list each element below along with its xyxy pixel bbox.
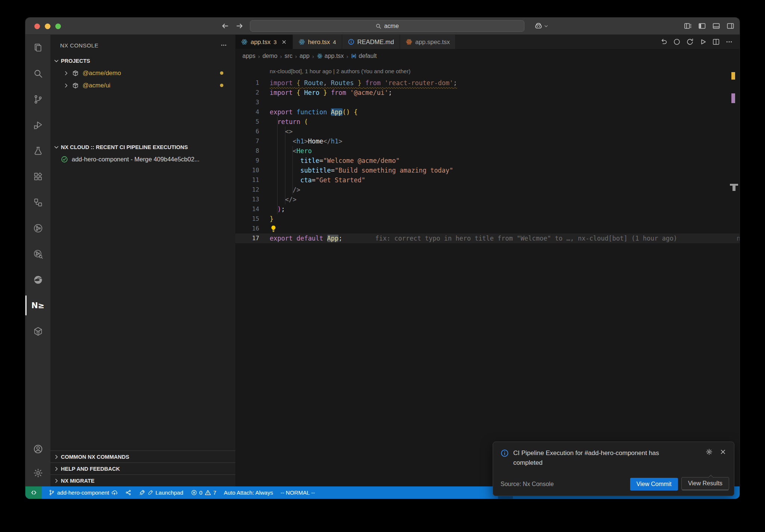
- code-line-3[interactable]: 3: [235, 98, 740, 107]
- close-window-button[interactable]: [34, 24, 40, 29]
- tab-app-tsx[interactable]: app.tsx 3: [235, 35, 293, 49]
- activity-item-explorer[interactable]: [25, 35, 50, 61]
- activity-item-search[interactable]: [25, 61, 50, 86]
- toggle-secondary-sidebar-icon[interactable]: [727, 22, 734, 30]
- auto-attach-status[interactable]: Auto Attach: Always: [220, 486, 277, 499]
- code-line-9[interactable]: 9 title="Welcome @acme/demo": [235, 156, 740, 166]
- code-line-content[interactable]: subtitle="Build something amazing today": [270, 166, 740, 175]
- close-notification-icon[interactable]: [719, 448, 727, 455]
- activity-item-browser-tools[interactable]: [25, 267, 50, 293]
- line-number[interactable]: 9: [235, 156, 270, 166]
- code-line-14[interactable]: 14 );: [235, 204, 740, 214]
- breadcrumb-symbol-default[interactable]: default: [351, 53, 377, 59]
- discard-icon[interactable]: [660, 38, 668, 46]
- activity-item-run-debug[interactable]: [25, 112, 50, 138]
- code-line-content[interactable]: <h1>Home</h1>: [270, 136, 740, 146]
- activity-item-containers[interactable]: [25, 318, 50, 344]
- section-projects[interactable]: PROJECTS: [50, 55, 235, 67]
- code-line-content[interactable]: export function App() {: [270, 107, 740, 117]
- code-line-11[interactable]: 11 cta="Get Started": [235, 175, 740, 185]
- line-number[interactable]: 7: [235, 136, 270, 146]
- code-line-10[interactable]: 10 subtitle="Build something amazing tod…: [235, 166, 740, 175]
- zoom-window-button[interactable]: [55, 24, 61, 29]
- project-item-acme-ui[interactable]: @acme/ui: [50, 79, 235, 92]
- code-line-5[interactable]: 5 return (: [235, 117, 740, 127]
- code-line-content[interactable]: import { Hero } from '@acme/ui';: [270, 88, 740, 98]
- activity-item-nx-graph-search[interactable]: [25, 241, 50, 267]
- breadcrumb-file[interactable]: app.tsx: [317, 53, 344, 59]
- line-number[interactable]: 16: [235, 224, 270, 233]
- code-line-content[interactable]: );: [270, 204, 740, 214]
- line-number[interactable]: 6: [235, 127, 270, 136]
- copilot-menu[interactable]: [534, 22, 548, 30]
- code-line-content[interactable]: export default App;fix: correct typo in …: [270, 233, 740, 243]
- activity-item-nx-graph[interactable]: [25, 215, 50, 241]
- section-nx-cloud[interactable]: NX CLOUD :: RECENT CI PIPELINE EXECUTION…: [50, 141, 235, 153]
- code-line-content[interactable]: </>: [270, 195, 740, 204]
- problems-status[interactable]: 0 7: [187, 486, 220, 499]
- line-number[interactable]: 15: [235, 214, 270, 224]
- project-item-acme-demo[interactable]: @acme/demo: [50, 67, 235, 79]
- activity-item-nx-console[interactable]: N≥: [25, 293, 50, 318]
- code-line-content[interactable]: import { Route, Routes } from 'react-rou…: [270, 78, 740, 88]
- code-line-2[interactable]: 2import { Hero } from '@acme/ui';: [235, 88, 740, 98]
- activity-item-extensions[interactable]: [25, 164, 50, 189]
- line-number[interactable]: 10: [235, 166, 270, 175]
- navigate-back-icon[interactable]: [221, 22, 229, 30]
- line-number[interactable]: 14: [235, 204, 270, 214]
- navigate-forward-icon[interactable]: [235, 22, 244, 30]
- activity-item-source-control[interactable]: [25, 86, 50, 112]
- run-icon[interactable]: [699, 38, 707, 46]
- line-number[interactable]: 5: [235, 117, 270, 127]
- code-line-12[interactable]: 12 />: [235, 185, 740, 195]
- breadcrumb-app[interactable]: app: [300, 53, 310, 59]
- code-line-15[interactable]: 15}: [235, 214, 740, 224]
- code-line-1[interactable]: 1import { Route, Routes } from 'react-ro…: [235, 78, 740, 88]
- customize-layout-icon[interactable]: [684, 22, 692, 30]
- tab-readme-md[interactable]: README.md: [342, 35, 400, 49]
- tab-app-spec-tsx[interactable]: app.spec.tsx: [400, 35, 456, 49]
- breadcrumb-demo[interactable]: demo: [263, 53, 278, 59]
- code-line-content[interactable]: <Hero: [270, 146, 740, 156]
- launchpad-status[interactable]: Launchpad: [135, 486, 187, 499]
- activity-item-accounts[interactable]: [25, 437, 50, 461]
- nx-cloud-status[interactable]: [121, 486, 135, 499]
- line-number[interactable]: 2: [235, 88, 270, 98]
- command-center-search[interactable]: acme: [250, 20, 524, 32]
- toggle-sidebar-icon[interactable]: [698, 22, 706, 30]
- notification-settings-icon[interactable]: [706, 448, 713, 455]
- breadcrumb-src[interactable]: src: [285, 53, 292, 59]
- line-number[interactable]: 3: [235, 98, 270, 107]
- line-number[interactable]: 17: [235, 233, 270, 243]
- code-line-13[interactable]: 13 </>: [235, 195, 740, 204]
- activity-item-settings[interactable]: [25, 461, 50, 485]
- code-line-content[interactable]: <>: [270, 127, 740, 136]
- minimize-window-button[interactable]: [45, 24, 50, 29]
- code-line-7[interactable]: 7 <h1>Home</h1>: [235, 136, 740, 146]
- activity-item-project-graph[interactable]: [25, 189, 50, 215]
- code-line-16[interactable]: 16: [235, 224, 740, 233]
- code-line-content[interactable]: }: [270, 214, 740, 224]
- section-help-and-feedback[interactable]: HELP AND FEEDBACK: [50, 463, 235, 474]
- line-number[interactable]: 12: [235, 185, 270, 195]
- sync-icon[interactable]: [686, 38, 694, 46]
- tab-hero-tsx[interactable]: hero.tsx 4: [293, 35, 342, 49]
- code-line-content[interactable]: [270, 224, 740, 233]
- breadcrumb-apps[interactable]: apps: [242, 53, 255, 59]
- line-number[interactable]: 1: [235, 78, 270, 88]
- section-nx-migrate[interactable]: NX MIGRATE: [50, 474, 235, 486]
- code-editor[interactable]: nx-cloud[bot], 1 hour ago | 2 authors (Y…: [235, 63, 740, 486]
- view-commit-button[interactable]: View Commit: [630, 478, 678, 491]
- section-common-nx-commands[interactable]: COMMON NX COMMANDS: [50, 451, 235, 463]
- ci-pipeline-item[interactable]: add-hero-component - Merge 409b44e5cb02.…: [50, 153, 235, 165]
- line-number[interactable]: 4: [235, 107, 270, 117]
- code-line-content[interactable]: cta="Get Started": [270, 175, 740, 185]
- code-line-content[interactable]: [270, 98, 740, 107]
- line-number[interactable]: 8: [235, 146, 270, 156]
- more-actions-icon[interactable]: [220, 42, 227, 49]
- code-line-4[interactable]: 4export function App() {: [235, 107, 740, 117]
- line-number[interactable]: 11: [235, 175, 270, 185]
- activity-item-testing[interactable]: [25, 138, 50, 164]
- code-line-content[interactable]: />: [270, 185, 740, 195]
- code-line-6[interactable]: 6 <>: [235, 127, 740, 136]
